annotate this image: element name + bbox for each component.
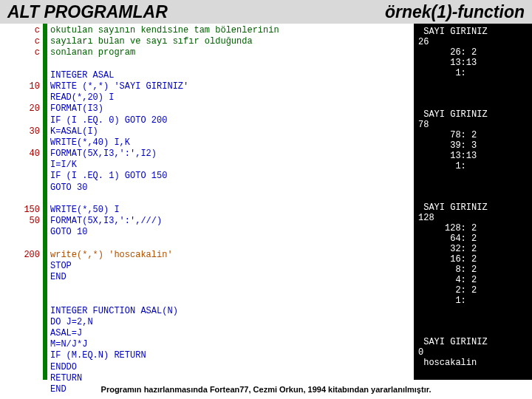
code-line: INTEGER FUNCTION ASAL(N) [50, 306, 414, 317]
code-line: FORMAT(5X,I3,':',I2) [50, 149, 414, 160]
code-area: ccc1020304015050200 okutulan sayının ken… [0, 24, 414, 380]
code-line: IF (I .EQ. 0) GOTO 200 [50, 115, 414, 126]
line-number [0, 92, 40, 103]
line-number [0, 328, 40, 339]
line-number [0, 171, 40, 182]
line-number: 10 [0, 81, 40, 92]
code-line [50, 239, 414, 250]
line-number: 50 [0, 216, 40, 227]
code-line: ASAL=J [50, 328, 414, 339]
line-number [0, 194, 40, 205]
line-number [0, 227, 40, 238]
code-line [50, 283, 414, 294]
program-output: SAYI GIRINIZ 26 26: 2 13:13 1: SAYI GIRI… [414, 24, 532, 380]
code-line: RETURN [50, 373, 414, 384]
line-number [0, 362, 40, 373]
title-bar: ALT PROGRAMLAR örnek(1)-function [0, 0, 532, 24]
line-number [0, 59, 40, 70]
code-line: DO J=2,N [50, 317, 414, 328]
line-number [0, 160, 40, 171]
line-number [0, 183, 40, 194]
code-line: GOTO 30 [50, 183, 414, 194]
line-number-gutter: ccc1020304015050200 [0, 24, 43, 380]
line-number: c [0, 25, 40, 36]
line-number [0, 295, 40, 306]
title-right: örnek(1)-function [385, 2, 525, 22]
line-number [0, 261, 40, 272]
code-line: sayıları bulan ve sayı sıfır olduğunda [50, 36, 414, 47]
source-code: okutulan sayının kendisine tam bölenleri… [47, 24, 414, 380]
code-line: ENDDO [50, 362, 414, 373]
line-number [0, 317, 40, 328]
code-line: okutulan sayının kendisine tam bölenleri… [50, 25, 414, 36]
line-number: c [0, 36, 40, 47]
line-number: c [0, 47, 40, 58]
code-line [50, 295, 414, 306]
line-number: 150 [0, 205, 40, 216]
code-line: WRITE(*,40) I,K [50, 137, 414, 149]
content-row: ccc1020304015050200 okutulan sayının ken… [0, 24, 532, 380]
line-number [0, 350, 40, 361]
line-number [0, 272, 40, 283]
code-line: GOTO 10 [50, 227, 414, 238]
code-line: END [50, 272, 414, 283]
code-line: IF (M.EQ.N) RETURN [50, 350, 414, 361]
code-line: END [50, 384, 414, 395]
code-line: write(*,*) 'hoscakalin' [50, 250, 414, 261]
line-number: 40 [0, 149, 40, 160]
code-line: READ(*,20) I [50, 92, 414, 103]
code-line: K=ASAL(I) [50, 126, 414, 137]
code-line [50, 59, 414, 70]
code-line: WRITE (*,*) 'SAYI GIRINIZ' [50, 81, 414, 92]
line-number: 200 [0, 250, 40, 261]
title-left: ALT PROGRAMLAR [7, 2, 385, 22]
code-line: IF (I .EQ. 1) GOTO 150 [50, 171, 414, 182]
code-line: WRITE(*,50) I [50, 205, 414, 216]
line-number [0, 283, 40, 294]
line-number [0, 306, 40, 317]
code-line: FORMAT(5X,I3,':',///) [50, 216, 414, 227]
line-number [0, 239, 40, 250]
line-number [0, 137, 40, 149]
code-line: FORMAT(I3) [50, 103, 414, 115]
line-number [0, 115, 40, 126]
code-line: STOP [50, 261, 414, 272]
line-number [0, 70, 40, 81]
code-line: I=I/K [50, 160, 414, 171]
line-number: 20 [0, 103, 40, 115]
code-line: INTEGER ASAL [50, 70, 414, 81]
code-line: sonlanan program [50, 47, 414, 58]
line-number [0, 339, 40, 350]
code-line [50, 194, 414, 205]
line-number: 30 [0, 126, 40, 137]
code-line: M=N/J*J [50, 339, 414, 350]
